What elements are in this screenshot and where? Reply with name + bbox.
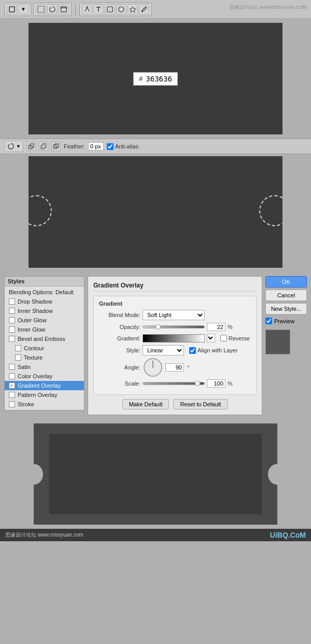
dropdown-arrow[interactable]: ▼ [18, 4, 29, 15]
texture-label: Texture [24, 354, 43, 361]
gradient-overlay-check[interactable]: ✓ [9, 382, 15, 389]
eyedropper-tool[interactable] [139, 4, 149, 15]
color-overlay-check[interactable] [9, 373, 15, 379]
stroke-label: Stroke [18, 401, 34, 407]
inner-glow-check[interactable] [9, 326, 15, 333]
pattern-overlay-check[interactable] [9, 392, 15, 398]
scale-slider-thumb[interactable] [195, 381, 200, 386]
styles-item-color-overlay[interactable]: Color Overlay [5, 372, 84, 381]
drop-shadow-check[interactable] [9, 298, 15, 305]
bottom-inner-rect [49, 434, 262, 514]
inner-glow-label: Inner Glow [18, 326, 45, 333]
align-layer-checkbox-group[interactable]: Align with Layer [189, 347, 238, 354]
crop-tool[interactable] [59, 4, 69, 15]
opacity-row: Opacity: % [99, 323, 251, 331]
selection-circle-right [259, 195, 282, 226]
opacity-input[interactable] [207, 323, 225, 331]
styles-item-stroke[interactable]: Stroke [5, 400, 84, 409]
angle-input[interactable] [165, 363, 184, 372]
svg-line-12 [43, 145, 45, 147]
scale-slider-track[interactable] [143, 382, 205, 385]
align-layer-label: Align with Layer [197, 347, 238, 353]
ok-button[interactable]: OK [265, 276, 307, 287]
angle-dial[interactable] [144, 358, 162, 377]
intersect-selection-btn[interactable] [51, 142, 61, 151]
outer-glow-check[interactable] [9, 317, 15, 323]
gradient-dropdown[interactable]: ▼ [207, 334, 215, 342]
style-select[interactable]: Linear Radial Angle Reflected Diamond [143, 345, 184, 355]
reverse-checkbox-group[interactable]: Reverse [220, 335, 250, 341]
svg-point-4 [87, 6, 88, 8]
anti-alias-checkbox-group[interactable]: Anti-alias [107, 143, 138, 150]
move-tool[interactable] [36, 4, 46, 15]
add-selection-btn[interactable] [26, 142, 36, 151]
scale-input[interactable] [207, 379, 225, 388]
selection-circle-left [29, 195, 52, 226]
preview-checkbox[interactable] [265, 318, 272, 324]
subtract-selection-btn[interactable] [39, 142, 48, 151]
styles-item-contour[interactable]: Contour [5, 344, 84, 353]
texture-check[interactable] [15, 354, 21, 361]
gradient-section-title: Gradient [99, 300, 251, 307]
contour-check[interactable] [15, 345, 21, 351]
stroke-check[interactable] [9, 401, 15, 407]
scale-label: Scale: [99, 380, 140, 387]
feather-input[interactable] [88, 142, 104, 150]
reverse-checkbox[interactable] [220, 335, 227, 341]
dial-line [153, 361, 153, 368]
styles-item-pattern-overlay[interactable]: Pattern Overlay [5, 390, 84, 400]
bottom-canvas-section [0, 419, 311, 529]
type-tool[interactable] [93, 4, 104, 15]
bevel-emboss-check[interactable] [9, 336, 15, 342]
satin-label: Satin [18, 364, 31, 370]
bottom-notch-right [268, 464, 277, 485]
styles-item-satin[interactable]: Satin [5, 362, 84, 372]
footer-logo: UiBQ.CoM [270, 531, 306, 539]
top-toolbar: ▼ 思缘设计论坛 www.MISSVUAN.COM [0, 0, 311, 19]
preview-thumbnail [265, 330, 290, 354]
scale-percent: % [228, 380, 233, 387]
styles-item-inner-glow[interactable]: Inner Glow [5, 325, 84, 334]
color-input-box[interactable]: # 363636 [133, 72, 178, 86]
gradient-overlay-title: Gradient Overlay [93, 282, 257, 292]
layer-style-dialog: Styles Blending Options: Default Drop Sh… [0, 272, 311, 419]
custom-shape-tool[interactable] [128, 4, 138, 15]
lasso-tool[interactable] [47, 4, 58, 15]
styles-item-inner-shadow[interactable]: Inner Shadow [5, 306, 84, 316]
preview-label: Preview [274, 318, 294, 324]
svg-point-7 [142, 10, 143, 12]
opacity-slider-track[interactable] [143, 325, 205, 328]
shape-tool[interactable] [105, 4, 115, 15]
cancel-button[interactable]: Cancel [265, 290, 307, 301]
gradient-swatch[interactable] [143, 334, 205, 342]
inner-shadow-check[interactable] [9, 308, 15, 314]
make-default-button[interactable]: Make Default [122, 399, 169, 409]
anti-alias-checkbox[interactable] [107, 143, 114, 150]
canvas-2 [29, 156, 282, 268]
pen-tool[interactable] [82, 4, 92, 15]
lasso-dropdown[interactable]: ▼ [16, 144, 21, 149]
styles-item-blending[interactable]: Blending Options: Default [5, 287, 84, 297]
rectangle-select-tool[interactable] [7, 4, 17, 15]
reset-to-default-button[interactable]: Reset to Default [173, 399, 228, 409]
styles-item-outer-glow[interactable]: Outer Glow [5, 316, 84, 325]
styles-panel-title: Styles [5, 277, 84, 286]
gradient-section: Gradient Blend Mode: Soft Light Normal M… [93, 296, 257, 395]
styles-item-bevel-emboss[interactable]: Bevel and Emboss [5, 334, 84, 344]
preview-checkbox-group[interactable]: Preview [265, 317, 307, 325]
gradient-row: Gradient: ▼ Reverse [99, 334, 251, 342]
styles-item-gradient-overlay[interactable]: ✓ Gradient Overlay [5, 381, 84, 390]
style-row: Style: Linear Radial Angle Reflected Dia… [99, 345, 251, 355]
satin-check[interactable] [9, 364, 15, 370]
styles-item-texture[interactable]: Texture [5, 353, 84, 362]
styles-item-drop-shadow[interactable]: Drop Shadow [5, 297, 84, 306]
right-buttons-panel: OK Cancel New Style... Preview [265, 276, 307, 354]
bevel-emboss-label: Bevel and Emboss [18, 336, 65, 342]
dialog-action-buttons: Make Default Reset to Default [93, 399, 257, 409]
pen-tools-group [79, 3, 152, 16]
blend-mode-select[interactable]: Soft Light Normal Multiply Screen Overla… [143, 310, 205, 320]
ellipse-tool[interactable] [116, 4, 126, 15]
new-style-button[interactable]: New Style... [265, 303, 307, 314]
opacity-slider-thumb[interactable] [156, 324, 161, 330]
align-layer-checkbox[interactable] [189, 347, 196, 354]
